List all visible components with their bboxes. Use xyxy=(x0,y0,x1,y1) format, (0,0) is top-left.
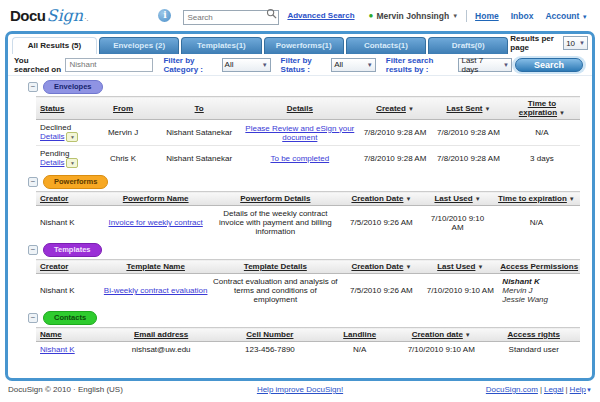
collapse-icon[interactable]: − xyxy=(28,82,38,92)
col-creation-date[interactable]: Creation Date▼ xyxy=(341,260,423,274)
created-cell: 7/8/2010 9:28 AM xyxy=(357,120,433,146)
details-link[interactable]: Details xyxy=(40,158,64,167)
search-button-wrap: Search xyxy=(512,56,586,74)
col-details[interactable]: Details xyxy=(243,97,357,120)
details-cell: To be completed xyxy=(243,146,357,172)
col-from[interactable]: From xyxy=(90,97,155,120)
col-cell-number[interactable]: Cell Number xyxy=(216,328,325,342)
results-per-page-value: 10 xyxy=(566,39,579,48)
search-input[interactable] xyxy=(183,10,279,25)
envelope-details-link[interactable]: To be completed xyxy=(270,154,329,163)
envelope-details-link[interactable]: Please Review and eSign your document xyxy=(245,124,354,142)
tab-templates[interactable]: Templates(1) xyxy=(181,37,261,54)
collapse-icon[interactable]: − xyxy=(28,177,38,187)
template-link[interactable]: Bi-weekly contract evaluation xyxy=(104,286,208,295)
col-last-sent[interactable]: Last Sent▼ xyxy=(433,97,504,120)
expiration-cell: N/A xyxy=(493,206,580,240)
col-access-permissions[interactable]: Access Permissions xyxy=(498,260,580,274)
template-name-cell: Bi-weekly contract evaluation xyxy=(101,274,210,308)
tab-envelopes[interactable]: Envelopes (2) xyxy=(99,37,179,54)
details-dropdown-button[interactable]: ▼ xyxy=(66,158,78,168)
col-access-rights[interactable]: Access rights xyxy=(488,328,581,342)
filter-status-label: Filter by Status : xyxy=(281,56,328,74)
filter-category-label: Filter by Category : xyxy=(163,56,217,74)
col-last-used[interactable]: Last Used▼ xyxy=(422,260,498,274)
category-select[interactable]: All ▼ xyxy=(222,58,271,72)
col-creation-date[interactable]: Creation Date▼ xyxy=(341,192,423,206)
chevron-down-icon: ▼ xyxy=(503,62,509,68)
sort-icon: ▼ xyxy=(484,106,490,112)
col-template-details[interactable]: Template Details xyxy=(210,260,341,274)
powerform-name-cell: Invoice for weekly contract xyxy=(101,206,210,240)
col-powerform-name[interactable]: Powerform Name xyxy=(101,192,210,206)
searched-on-input[interactable] xyxy=(65,58,153,72)
presence-dot-icon: ● xyxy=(369,12,374,20)
last-used-cell: 7/10/2010 9:10 AM xyxy=(422,274,498,308)
details-cell: Please Review and eSign your document xyxy=(243,120,357,146)
nav-inbox[interactable]: Inbox xyxy=(511,11,534,21)
col-creator[interactable]: Creator xyxy=(36,260,101,274)
tab-drafts[interactable]: Drafts(0) xyxy=(428,37,508,54)
creation-date-cell: 7/5/2010 9:26 AM xyxy=(341,274,423,308)
col-powerform-details[interactable]: Powerform Details xyxy=(210,192,341,206)
status-select[interactable]: All ▼ xyxy=(331,58,376,72)
status-text: Declined xyxy=(40,123,71,132)
powerform-link[interactable]: Invoice for weekly contract xyxy=(109,218,203,227)
sort-icon: ▼ xyxy=(475,196,481,202)
help-link[interactable]: Help xyxy=(570,385,586,394)
search-button[interactable]: Search xyxy=(515,58,583,72)
nav-account[interactable]: Account ▼ xyxy=(545,11,587,21)
col-expiration[interactable]: Time to expiration▼ xyxy=(504,97,580,120)
collapse-icon[interactable]: − xyxy=(28,245,38,255)
tab-powerforms[interactable]: Powerforms(1) xyxy=(264,37,344,54)
results-per-page-select[interactable]: 10 ▼ xyxy=(563,36,588,50)
last-sent-cell: 7/8/2010 9:28 AM xyxy=(433,120,504,146)
sort-icon: ▼ xyxy=(569,196,575,202)
creator-cell: Nishant K xyxy=(36,206,101,240)
contacts-badge: Contacts xyxy=(43,311,97,325)
chevron-down-icon: ▼ xyxy=(579,40,585,46)
filter-results-by-label: Filter search results by : xyxy=(386,56,455,74)
info-icon[interactable]: i xyxy=(158,9,171,22)
footer-separator: | xyxy=(566,385,568,394)
advanced-search-link[interactable]: Advanced Search xyxy=(287,11,354,20)
legal-link[interactable]: Legal xyxy=(544,385,564,394)
sort-icon: ▼ xyxy=(408,106,414,112)
col-expiration[interactable]: Time to expiration▼ xyxy=(493,192,580,206)
contact-link[interactable]: Nishant K xyxy=(40,345,75,354)
col-email[interactable]: Email address xyxy=(107,328,216,342)
col-template-name[interactable]: Template Name xyxy=(101,260,210,274)
docusign-logo[interactable]: Docu Sign ·. xyxy=(10,6,88,25)
email-cell: nishsat@uw.edu xyxy=(107,342,216,358)
col-created[interactable]: Created▼ xyxy=(357,97,433,120)
results-per-page: Results per page 10 ▼ xyxy=(510,34,588,54)
col-creator[interactable]: Creator xyxy=(36,192,101,206)
col-name[interactable]: Name xyxy=(36,328,107,342)
col-to[interactable]: To xyxy=(156,97,243,120)
cell-number-cell: 123-456-7890 xyxy=(216,342,325,358)
col-landline[interactable]: Landline xyxy=(324,328,395,342)
tab-all-results[interactable]: All Results (5) xyxy=(12,37,97,54)
user-menu[interactable]: ● Mervin Johnsingh ▼ xyxy=(369,11,459,21)
footer: DocuSign © 2010 · English (US) Help impr… xyxy=(0,381,600,394)
contact-name-cell: Nishant K xyxy=(36,342,107,358)
templates-table: Creator Template Name Template Details C… xyxy=(36,259,580,307)
copyright-text: DocuSign © 2010 · English (US) xyxy=(8,385,203,394)
tab-contacts[interactable]: Contacts(1) xyxy=(346,37,426,54)
nav-home[interactable]: Home xyxy=(475,11,499,21)
status-cell: Declined Details▼ xyxy=(36,120,90,146)
docusign-com-link[interactable]: DocuSign.com xyxy=(486,385,538,394)
category-value: All xyxy=(225,60,238,69)
details-link[interactable]: Details xyxy=(40,132,64,141)
status-value: All xyxy=(334,60,347,69)
envelope-row: Declined Details▼ Mervin J Nishant Satan… xyxy=(36,120,580,146)
collapse-icon[interactable]: − xyxy=(28,313,38,323)
col-creation-date[interactable]: Creation date▼ xyxy=(395,328,487,342)
details-dropdown-button[interactable]: ▼ xyxy=(66,132,78,142)
col-status[interactable]: Status xyxy=(36,97,90,120)
results-by-select[interactable]: Last 7 days ▼ xyxy=(458,58,512,72)
search-icon[interactable] xyxy=(266,8,277,19)
help-improve-link[interactable]: Help improve DocuSign! xyxy=(257,385,343,394)
col-last-used[interactable]: Last Used▼ xyxy=(422,192,493,206)
landline-cell: N/A xyxy=(324,342,395,358)
